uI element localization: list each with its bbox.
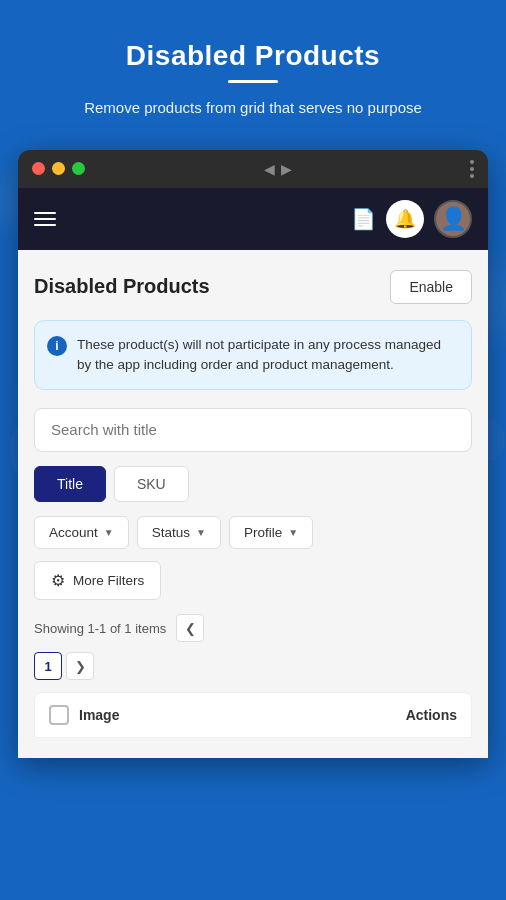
navbar-icons: 📄 🔔 👤 (351, 200, 472, 238)
dot-maximize[interactable] (72, 162, 85, 175)
bell-icon: 🔔 (394, 208, 416, 230)
info-box: i These product(s) will not participate … (34, 320, 472, 391)
content-title: Disabled Products (34, 275, 210, 298)
hamburger-line-2 (34, 218, 56, 220)
main-content: Disabled Products Enable i These product… (18, 250, 488, 759)
pagination-row: Showing 1-1 of 1 items ❮ (34, 614, 472, 642)
tab-row: Title SKU (34, 466, 472, 502)
search-container (34, 408, 472, 452)
status-filter-label: Status (152, 525, 190, 540)
prev-icon: ❮ (185, 621, 196, 636)
title-underline (228, 80, 278, 83)
hamburger-line-1 (34, 212, 56, 214)
page-prev-button[interactable]: ❮ (176, 614, 204, 642)
browser-navigation: ◀ ▶ (264, 161, 292, 177)
browser-window: ◀ ▶ 📄 🔔 👤 Disabled Products (18, 150, 488, 759)
status-filter-button[interactable]: Status ▼ (137, 516, 221, 549)
more-filters-button[interactable]: ⚙ More Filters (34, 561, 161, 600)
account-filter-label: Account (49, 525, 98, 540)
menu-dot-1 (470, 160, 474, 164)
account-filter-button[interactable]: Account ▼ (34, 516, 129, 549)
browser-titlebar: ◀ ▶ (18, 150, 488, 188)
filter-row: Account ▼ Status ▼ Profile ▼ (34, 516, 472, 549)
page-number-row: 1 ❯ (34, 652, 472, 680)
table-header: Image Actions (34, 692, 472, 738)
profile-filter-button[interactable]: Profile ▼ (229, 516, 313, 549)
browser-menu-button[interactable] (470, 160, 474, 178)
enable-button[interactable]: Enable (390, 270, 472, 304)
notifications-button[interactable]: 🔔 (386, 200, 424, 238)
browser-dots (32, 162, 85, 175)
col-image-header: Image (79, 707, 357, 723)
user-avatar-button[interactable]: 👤 (434, 200, 472, 238)
hero-subtitle: Remove products from grid that serves no… (30, 97, 476, 120)
info-text: These product(s) will not participate in… (77, 335, 457, 376)
more-filters-label: More Filters (73, 573, 144, 588)
document-icon[interactable]: 📄 (351, 207, 376, 231)
account-chevron-icon: ▼ (104, 527, 114, 538)
search-input[interactable] (51, 421, 455, 438)
avatar-image: 👤 (440, 208, 467, 230)
sliders-icon: ⚙ (51, 571, 65, 590)
showing-text: Showing 1-1 of 1 items (34, 621, 166, 636)
page-1-button[interactable]: 1 (34, 652, 62, 680)
hamburger-menu-button[interactable] (34, 212, 56, 226)
menu-dot-2 (470, 167, 474, 171)
nav-forward-icon[interactable]: ▶ (281, 161, 292, 177)
info-icon: i (47, 336, 67, 356)
page-hero: Disabled Products Remove products from g… (0, 0, 506, 140)
menu-dot-3 (470, 174, 474, 178)
col-actions-header: Actions (367, 707, 457, 723)
profile-filter-label: Profile (244, 525, 282, 540)
dot-minimize[interactable] (52, 162, 65, 175)
page-next-button[interactable]: ❯ (66, 652, 94, 680)
content-title-row: Disabled Products Enable (34, 270, 472, 304)
hamburger-line-3 (34, 224, 56, 226)
hero-title: Disabled Products (30, 40, 476, 72)
app-navbar: 📄 🔔 👤 (18, 188, 488, 250)
tab-title[interactable]: Title (34, 466, 106, 502)
next-icon: ❯ (75, 659, 86, 674)
page-navigation: ❮ (176, 614, 204, 642)
status-chevron-icon: ▼ (196, 527, 206, 538)
dot-close[interactable] (32, 162, 45, 175)
profile-chevron-icon: ▼ (288, 527, 298, 538)
tab-sku[interactable]: SKU (114, 466, 189, 502)
select-all-checkbox[interactable] (49, 705, 69, 725)
nav-back-icon[interactable]: ◀ (264, 161, 275, 177)
